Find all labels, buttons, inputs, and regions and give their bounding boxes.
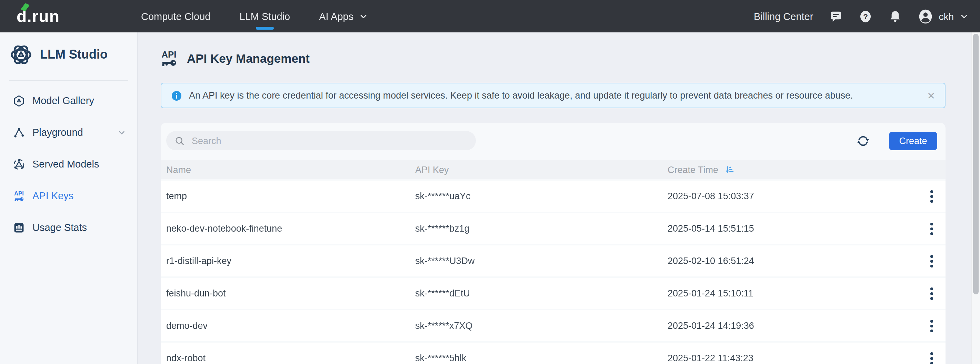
- cell-api-key: sk-******dEtU: [415, 289, 668, 299]
- model-gallery-icon: [13, 94, 25, 107]
- cell-name: feishu-dun-bot: [166, 289, 415, 299]
- table-row: temp sk-******uaYc 2025-07-08 15:03:37: [161, 181, 945, 212]
- column-header-create-time[interactable]: Create Time: [668, 165, 918, 175]
- column-header-api-key: API Key: [415, 165, 668, 175]
- sidebar-item-label: Usage Stats: [32, 222, 87, 233]
- api-key-page-icon: API: [159, 49, 179, 68]
- search-icon: [175, 136, 185, 146]
- search-box: [166, 131, 476, 151]
- messages-icon[interactable]: [829, 9, 843, 23]
- top-navbar: d.run Compute Cloud LLM Studio AI Apps B…: [0, 0, 980, 32]
- sort-descending-icon[interactable]: [724, 165, 734, 175]
- sidebar-item-label: Served Models: [32, 159, 99, 170]
- cell-api-key: sk-******U3Dw: [415, 256, 668, 267]
- page: d.run Compute Cloud LLM Studio AI Apps B…: [0, 0, 980, 364]
- sidebar-item-api-keys[interactable]: API API Keys: [0, 180, 137, 211]
- nav-ai-apps[interactable]: AI Apps: [319, 0, 368, 32]
- column-header-create-time-label: Create Time: [668, 165, 718, 175]
- search-input[interactable]: [190, 135, 468, 147]
- svg-text:API: API: [161, 49, 176, 59]
- notifications-bell-icon[interactable]: [888, 9, 902, 23]
- user-menu[interactable]: ckh: [918, 9, 969, 24]
- svg-text:API: API: [14, 190, 24, 197]
- cell-name: ndx-robot: [166, 353, 415, 364]
- nav-compute-cloud[interactable]: Compute Cloud: [141, 0, 211, 32]
- table-header: Name API Key Create Time: [161, 160, 945, 180]
- sidebar-title: LLM Studio: [40, 48, 108, 62]
- scrollbar-thumb[interactable]: [973, 34, 978, 294]
- sidebar-header: LLM Studio: [0, 32, 137, 67]
- avatar-icon: [918, 9, 933, 24]
- refresh-icon[interactable]: [856, 134, 870, 148]
- cell-name: neko-dev-notebook-finetune: [166, 224, 415, 234]
- table-row: neko-dev-notebook-finetune sk-******bz1g…: [161, 213, 945, 245]
- row-actions-kebab-icon[interactable]: [918, 318, 945, 335]
- page-scrollbar[interactable]: [971, 32, 980, 364]
- row-actions-kebab-icon[interactable]: [918, 285, 945, 302]
- nav-llm-studio-label: LLM Studio: [240, 11, 290, 22]
- sidebar-item-playground[interactable]: Playground: [0, 116, 137, 148]
- main-content: API API Key Management An API key is the…: [138, 32, 980, 364]
- sidebar: LLM Studio Model Gallery Playground: [0, 32, 138, 364]
- nav-llm-studio[interactable]: LLM Studio: [240, 0, 290, 32]
- nav-compute-cloud-label: Compute Cloud: [141, 11, 211, 22]
- cell-create-time: 2025-02-10 16:51:24: [668, 256, 918, 267]
- row-actions-kebab-icon[interactable]: [918, 350, 945, 364]
- sidebar-divider: [9, 80, 128, 81]
- username: ckh: [939, 11, 954, 22]
- row-actions-kebab-icon[interactable]: [918, 220, 945, 237]
- cell-name: temp: [166, 191, 415, 202]
- table-row: ndx-robot sk-******5hlk 2025-01-22 11:43…: [161, 343, 945, 364]
- cell-name: r1-distill-api-key: [166, 256, 415, 267]
- llm-studio-logo-icon: [9, 43, 33, 67]
- api-key-icon: API: [13, 189, 25, 202]
- table-toolbar: Create: [161, 123, 945, 159]
- chevron-down-icon[interactable]: [117, 128, 126, 137]
- row-actions-kebab-icon[interactable]: [918, 188, 945, 205]
- sidebar-item-label: Model Gallery: [32, 95, 94, 106]
- cell-create-time: 2025-01-24 15:10:11: [668, 289, 918, 299]
- cell-create-time: 2025-01-22 11:43:23: [668, 353, 918, 364]
- chevron-down-icon: [959, 11, 969, 21]
- sidebar-item-label: API Keys: [32, 190, 73, 201]
- close-icon[interactable]: ✕: [927, 91, 935, 101]
- sidebar-item-served-models[interactable]: Served Models: [0, 148, 137, 180]
- api-keys-card: Create Name API Key Create Time: [161, 123, 945, 364]
- banner-text: An API key is the core credential for ac…: [189, 91, 853, 101]
- primary-nav: Compute Cloud LLM Studio AI Apps: [141, 0, 368, 32]
- cell-name: demo-dev: [166, 321, 415, 331]
- page-title: API Key Management: [187, 51, 310, 66]
- sidebar-item-label: Playground: [32, 127, 83, 138]
- cell-create-time: 2025-05-14 15:51:15: [668, 224, 918, 234]
- sidebar-item-usage-stats[interactable]: Usage Stats: [0, 211, 137, 243]
- table-row: feishu-dun-bot sk-******dEtU 2025-01-24 …: [161, 278, 945, 309]
- toolbar-actions: Create: [856, 132, 937, 150]
- info-icon: [171, 90, 182, 101]
- page-header: API API Key Management: [138, 32, 980, 74]
- playground-icon: [13, 126, 25, 139]
- column-header-name: Name: [166, 165, 415, 175]
- chevron-down-icon: [358, 11, 368, 21]
- create-button[interactable]: Create: [889, 132, 937, 150]
- cell-api-key: sk-******bz1g: [415, 224, 668, 234]
- sidebar-item-model-gallery[interactable]: Model Gallery: [0, 85, 137, 116]
- info-banner: An API key is the core credential for ac…: [161, 83, 945, 108]
- table-row: demo-dev sk-******x7XQ 2025-01-24 14:19:…: [161, 311, 945, 342]
- served-models-icon: [13, 157, 25, 171]
- app-logo[interactable]: d.run: [17, 6, 60, 26]
- usage-stats-icon: [13, 221, 25, 234]
- cell-create-time: 2025-07-08 15:03:37: [668, 191, 918, 202]
- cell-api-key: sk-******5hlk: [415, 353, 668, 364]
- nav-ai-apps-label: AI Apps: [319, 11, 353, 22]
- cell-create-time: 2025-01-24 14:19:36: [668, 321, 918, 331]
- svg-text:?: ?: [864, 12, 868, 21]
- row-actions-kebab-icon[interactable]: [918, 253, 945, 270]
- table-body: temp sk-******uaYc 2025-07-08 15:03:37 n…: [161, 181, 945, 364]
- help-icon[interactable]: ?: [859, 9, 872, 23]
- cell-api-key: sk-******uaYc: [415, 191, 668, 202]
- cell-api-key: sk-******x7XQ: [415, 321, 668, 331]
- table-row: r1-distill-api-key sk-******U3Dw 2025-02…: [161, 246, 945, 277]
- navbar-right: Billing Center ?: [754, 9, 969, 24]
- billing-center-link[interactable]: Billing Center: [754, 11, 813, 22]
